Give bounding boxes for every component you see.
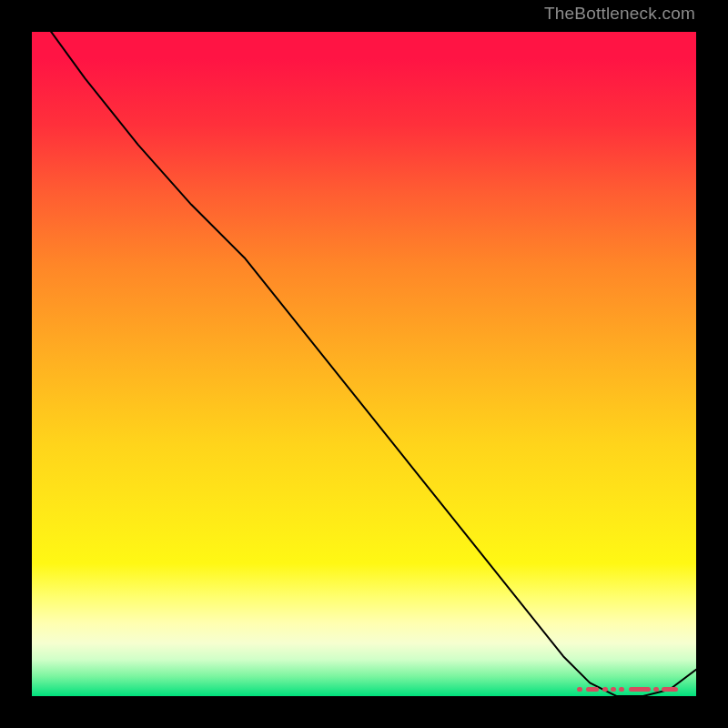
dash-segment [577, 687, 582, 692]
dash-segment [662, 687, 678, 692]
plot-area [32, 32, 696, 696]
line-plot-svg [32, 32, 696, 696]
dash-segment [629, 687, 651, 692]
dash-segment [586, 687, 599, 692]
curve-line [32, 32, 696, 696]
attribution-label: TheBottleneck.com [544, 4, 695, 24]
dash-segment [619, 687, 624, 692]
chart-stage: TheBottleneck.com [0, 0, 728, 728]
dash-segment [602, 687, 608, 692]
dash-segment [653, 687, 659, 692]
dash-segment [611, 687, 616, 692]
